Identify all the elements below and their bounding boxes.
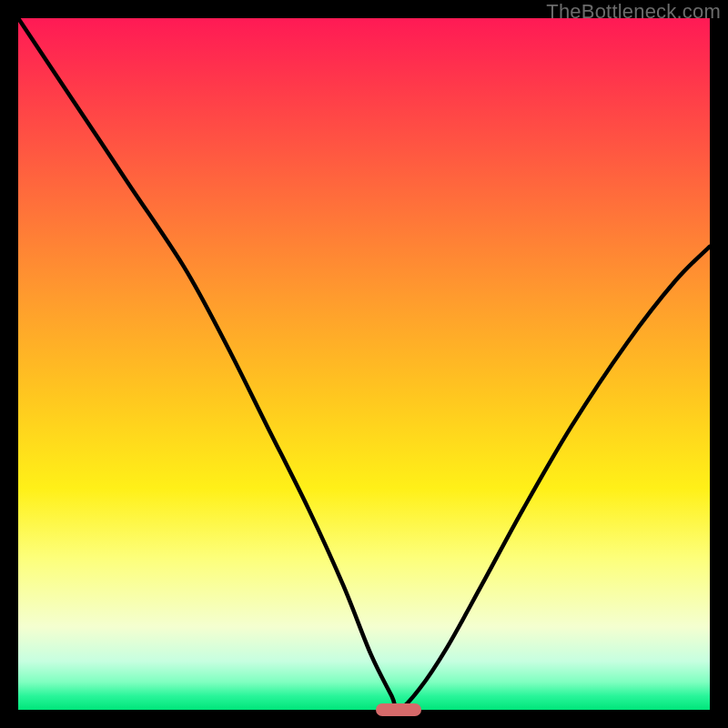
optimum-marker [376, 703, 421, 716]
curve-path [18, 18, 710, 710]
watermark-text: TheBottleneck.com [546, 0, 721, 24]
chart-frame: TheBottleneck.com [0, 0, 728, 728]
bottleneck-curve [18, 18, 710, 710]
gradient-plot-area [18, 18, 710, 710]
